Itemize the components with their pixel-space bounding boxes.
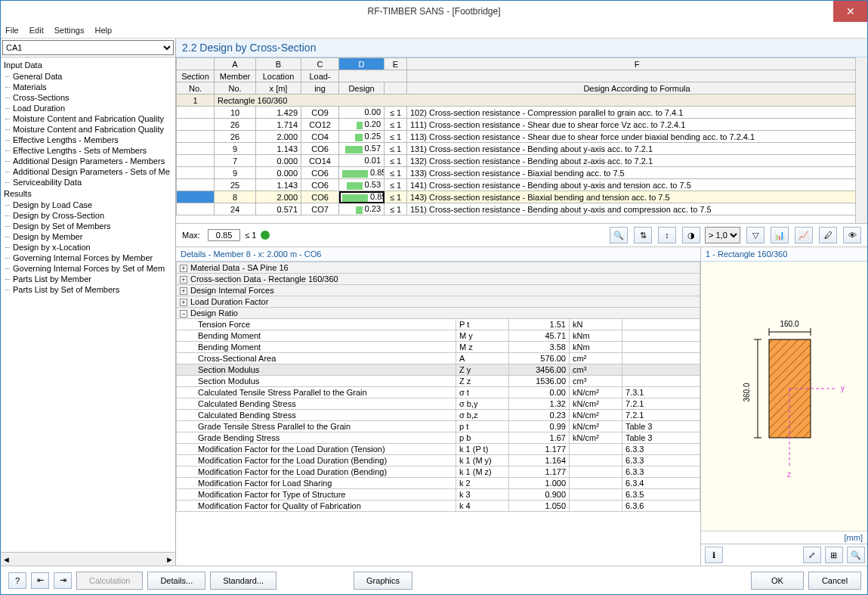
tree-item[interactable]: Moisture Content and Fabrication Quality bbox=[1, 124, 175, 135]
tree-item[interactable]: Design by Cross-Section bbox=[1, 210, 175, 221]
app-window: RF-TIMBER SANS - [Footbridge] ✕ File Edi… bbox=[0, 0, 868, 595]
tree-item[interactable]: Design by Load Case bbox=[1, 200, 175, 210]
tree-item[interactable]: Design by Set of Members bbox=[1, 221, 175, 231]
dim-w: 160.0 bbox=[780, 320, 798, 328]
max-label: Max: bbox=[182, 231, 200, 240]
details-header: Details - Member 8 - x: 2.000 m - CO6 bbox=[176, 247, 700, 262]
tool-2[interactable]: ⇅ bbox=[634, 227, 652, 243]
close-button[interactable]: ✕ bbox=[833, 1, 867, 22]
tree-scrollbar-x[interactable]: ◄► bbox=[1, 552, 175, 566]
svg-text:y: y bbox=[841, 384, 845, 392]
tree-item[interactable]: Governing Internal Forces by Member bbox=[1, 253, 175, 263]
tree-item[interactable]: Parts List by Member bbox=[1, 274, 175, 284]
cancel-button[interactable]: Cancel bbox=[808, 572, 861, 590]
preview-canvas[interactable]: 160.0 360.0 y z bbox=[701, 262, 867, 531]
window-title: RF-TIMBER SANS - [Footbridge] bbox=[367, 6, 500, 17]
preview-info-icon[interactable]: ℹ bbox=[705, 547, 723, 563]
preview-pane: 1 - Rectangle 160/360 bbox=[701, 247, 867, 566]
max-summary-row: Max: 0.85 ≤ 1 🔍 ⇅ ↕ ◑ > 1,0 ▽ 📊 📈 🖊 👁 bbox=[176, 224, 867, 247]
help-icon[interactable]: ? bbox=[8, 572, 26, 589]
tree-item[interactable]: Additional Design Parameters - Sets of M… bbox=[1, 166, 175, 177]
menubar: File Edit Settings Help bbox=[1, 22, 867, 39]
results-grid[interactable]: ABCDEFSectionMemberLocationLoad-No.No.x … bbox=[176, 57, 867, 224]
max-value: 0.85 bbox=[208, 229, 240, 241]
titlebar: RF-TIMBER SANS - [Footbridge] ✕ bbox=[1, 1, 867, 22]
section-header: 2.2 Design by Cross-Section bbox=[176, 39, 867, 57]
details-button[interactable]: Details... bbox=[147, 572, 205, 590]
bottom-bar: ? ⇤ ⇥ Calculation Details... Standard...… bbox=[1, 566, 867, 594]
tree-item[interactable]: Effective Lengths - Sets of Members bbox=[1, 145, 175, 156]
preview-tool-2[interactable]: ⊞ bbox=[825, 547, 843, 563]
tool-eye[interactable]: 👁 bbox=[843, 227, 861, 243]
tree-item[interactable]: Load Duration bbox=[1, 103, 175, 113]
nav-prev-icon[interactable]: ⇤ bbox=[31, 572, 49, 589]
tree-item[interactable]: Effective Lengths - Members bbox=[1, 135, 175, 145]
tool-3[interactable]: ↕ bbox=[658, 227, 676, 243]
tool-5[interactable]: 📊 bbox=[771, 227, 789, 243]
ok-button[interactable]: OK bbox=[751, 572, 804, 590]
tool-7[interactable]: 🖊 bbox=[819, 227, 837, 243]
tree-item[interactable]: Parts List by Set of Members bbox=[1, 284, 175, 295]
dim-h: 360.0 bbox=[743, 383, 751, 401]
filter-select[interactable]: > 1,0 bbox=[705, 227, 740, 243]
navigator-tree[interactable]: Input DataGeneral DataMaterialsCross-Sec… bbox=[1, 57, 175, 552]
tool-1[interactable]: 🔍 bbox=[610, 227, 628, 243]
tree-item[interactable]: Cross-Sections bbox=[1, 92, 175, 103]
tool-4[interactable]: ◑ bbox=[682, 227, 700, 243]
max-le: ≤ 1 bbox=[245, 231, 256, 240]
tree-item[interactable]: Governing Internal Forces by Set of Mem bbox=[1, 263, 175, 274]
navigator-panel: CA1 Input DataGeneral DataMaterialsCross… bbox=[1, 39, 176, 566]
tree-item[interactable]: Design by x-Location bbox=[1, 242, 175, 253]
menu-edit[interactable]: Edit bbox=[29, 26, 44, 35]
preview-tool-3[interactable]: 🔍 bbox=[847, 547, 865, 563]
tree-item[interactable]: General Data bbox=[1, 71, 175, 82]
grid-scrollbar-v[interactable] bbox=[855, 57, 867, 223]
tree-item[interactable]: Design by Member bbox=[1, 231, 175, 242]
details-pane: Details - Member 8 - x: 2.000 m - CO6 +M… bbox=[176, 247, 701, 566]
tree-item[interactable]: Materials bbox=[1, 82, 175, 92]
tree-item[interactable]: Serviceability Data bbox=[1, 177, 175, 187]
tool-6[interactable]: 📈 bbox=[795, 227, 813, 243]
standard-button[interactable]: Standard... bbox=[210, 572, 276, 590]
tree-item[interactable]: Additional Design Parameters - Members bbox=[1, 156, 175, 166]
preview-unit: [mm] bbox=[701, 531, 867, 544]
check-ok-icon bbox=[261, 231, 270, 240]
tree-item[interactable]: Moisture Content and Fabrication Quality bbox=[1, 113, 175, 124]
tool-filter[interactable]: ▽ bbox=[746, 227, 765, 243]
svg-text:z: z bbox=[787, 470, 791, 479]
nav-next-icon[interactable]: ⇥ bbox=[54, 572, 72, 589]
menu-settings[interactable]: Settings bbox=[54, 26, 85, 35]
preview-tool-1[interactable]: ⤢ bbox=[803, 547, 821, 563]
menu-file[interactable]: File bbox=[5, 26, 19, 35]
menu-help[interactable]: Help bbox=[94, 26, 112, 35]
graphics-button[interactable]: Graphics bbox=[354, 572, 412, 590]
calculation-button[interactable]: Calculation bbox=[76, 572, 143, 590]
case-selector[interactable]: CA1 bbox=[2, 40, 174, 55]
preview-title: 1 - Rectangle 160/360 bbox=[701, 247, 867, 262]
